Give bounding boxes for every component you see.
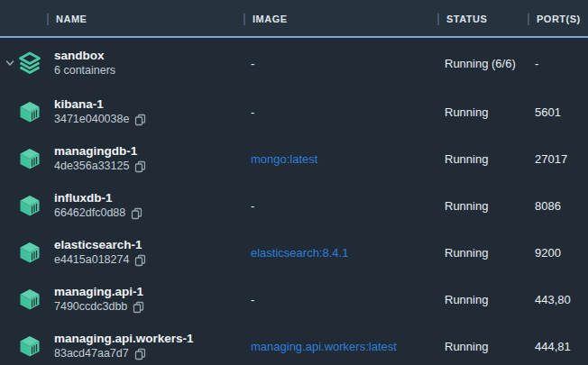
- container-id: 6 containers: [54, 63, 115, 78]
- table-header: NAME IMAGE STATUS PORT(S): [0, 0, 588, 38]
- name-cell: elasticsearch-1 e4415a018274: [54, 229, 146, 276]
- layers-icon: [17, 50, 42, 76]
- column-header-label: IMAGE: [253, 14, 288, 24]
- name-cell: sandbox 6 containers: [54, 38, 115, 88]
- status-cell: Running: [445, 323, 488, 365]
- ports-cell: 9200: [535, 229, 561, 276]
- container-icon: [17, 287, 42, 312]
- ports-cell: 8086: [535, 182, 561, 229]
- column-header-name[interactable]: NAME: [47, 0, 87, 38]
- containers-table: NAME IMAGE STATUS PORT(S) sandbo: [0, 0, 588, 365]
- column-header-image[interactable]: IMAGE: [243, 0, 288, 38]
- image-cell: -: [251, 38, 254, 88]
- table-row[interactable]: sandbox 6 containers - Running (6/6) -: [0, 38, 588, 88]
- name-cell: managing.api-1 7490ccdc3dbb: [54, 276, 144, 323]
- container-icon: [17, 99, 42, 124]
- container-name: managing.api-1: [54, 284, 144, 299]
- column-divider: [528, 14, 529, 25]
- table-row[interactable]: kibana-1 3471e040038e - Running 5601: [0, 88, 588, 135]
- table-row[interactable]: managing.api.workers-1 83acd47aa7d7 mana…: [0, 323, 588, 365]
- container-name: kibana-1: [54, 96, 146, 112]
- container-name: managingdb-1: [54, 143, 146, 159]
- ports-cell: 444,81: [535, 323, 571, 365]
- copy-icon[interactable]: [134, 160, 146, 173]
- container-name: sandbox: [54, 48, 115, 63]
- ports-cell: 443,80: [535, 276, 571, 323]
- container-id: 83acd47aa7d7: [54, 346, 129, 361]
- container-id: 7490ccdc3dbb: [54, 299, 127, 315]
- container-icon: [17, 240, 42, 265]
- container-icon: [17, 193, 42, 218]
- ports-cell: 5601: [535, 88, 561, 135]
- container-id: 3471e040038e: [54, 112, 129, 127]
- container-name: influxdb-1: [54, 190, 142, 205]
- column-header-label: NAME: [56, 14, 87, 24]
- column-divider: [437, 14, 439, 25]
- container-name: managing.api.workers-1: [54, 331, 194, 346]
- name-cell: kibana-1 3471e040038e: [54, 88, 146, 135]
- chevron-down-icon[interactable]: [4, 57, 16, 69]
- column-header-label: PORT(S): [537, 14, 581, 24]
- column-divider: [47, 14, 49, 25]
- image-link[interactable]: managing.api.workers:latest: [251, 323, 397, 365]
- table-row[interactable]: influxdb-1 66462dfc0d88 - Running 8086: [0, 182, 588, 229]
- status-cell: Running: [445, 276, 488, 323]
- image-cell: -: [251, 276, 254, 323]
- container-id: 66462dfc0d88: [54, 205, 125, 221]
- status-cell: Running (6/6): [445, 38, 516, 88]
- table-row[interactable]: elasticsearch-1 e4415a018274 elasticsear…: [0, 229, 588, 276]
- table-row[interactable]: managingdb-1 4de356a33125 mongo:latest R…: [0, 135, 588, 182]
- name-cell: influxdb-1 66462dfc0d88: [54, 182, 142, 229]
- layers-icon: [17, 50, 42, 76]
- copy-icon[interactable]: [134, 114, 146, 126]
- copy-icon[interactable]: [133, 301, 144, 314]
- ports-cell: 27017: [535, 135, 567, 182]
- copy-icon[interactable]: [134, 254, 146, 267]
- container-name: elasticsearch-1: [54, 237, 146, 252]
- image-link[interactable]: mongo:latest: [251, 135, 317, 182]
- column-header-label: STATUS: [446, 14, 487, 24]
- container-id: 4de356a33125: [54, 159, 129, 174]
- table-row[interactable]: managing.api-1 7490ccdc3dbb - Running 44…: [0, 276, 588, 323]
- copy-icon[interactable]: [134, 348, 146, 360]
- status-cell: Running: [445, 135, 488, 182]
- container-id: e4415a018274: [54, 252, 129, 268]
- image-link[interactable]: elasticsearch:8.4.1: [251, 229, 348, 276]
- name-cell: managingdb-1 4de356a33125: [54, 135, 146, 182]
- status-cell: Running: [445, 88, 488, 135]
- image-cell: -: [251, 182, 254, 229]
- column-header-ports[interactable]: PORT(S): [528, 0, 581, 38]
- image-cell: -: [251, 88, 254, 135]
- container-icon: [17, 333, 42, 359]
- name-cell: managing.api.workers-1 83acd47aa7d7: [54, 323, 194, 365]
- container-icon: [17, 146, 42, 171]
- status-cell: Running: [445, 182, 488, 229]
- status-cell: Running: [445, 229, 488, 276]
- copy-icon[interactable]: [131, 207, 142, 220]
- table-body: sandbox 6 containers - Running (6/6) -: [0, 38, 588, 365]
- column-divider: [243, 14, 245, 25]
- column-header-status[interactable]: STATUS: [437, 0, 487, 38]
- ports-cell: -: [535, 38, 538, 88]
